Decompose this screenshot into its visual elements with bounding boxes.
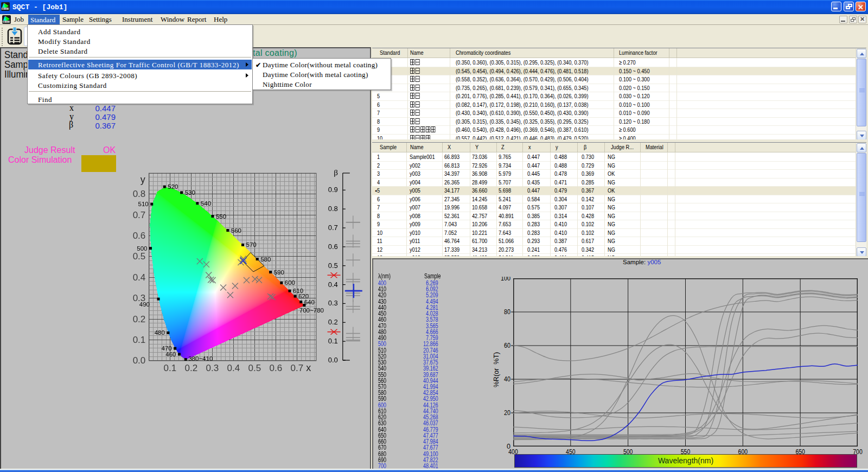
svg-text:100: 100: [501, 277, 510, 282]
svg-text:80: 80: [504, 308, 510, 316]
svg-text:60: 60: [504, 342, 510, 349]
svg-text:0: 0: [507, 443, 510, 450]
svg-text:40: 40: [504, 375, 510, 383]
svg-text:20: 20: [504, 409, 510, 417]
